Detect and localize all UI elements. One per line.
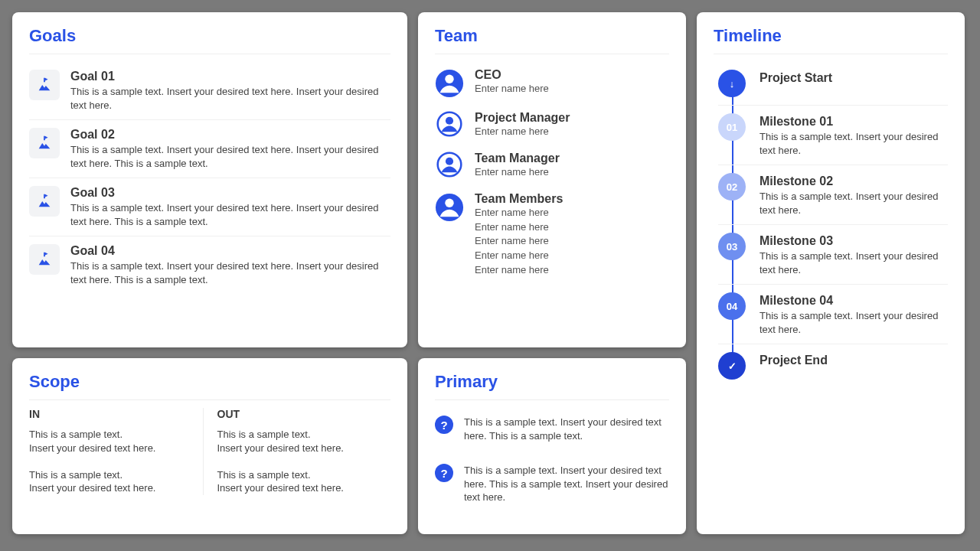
team-row: Team Manager Enter name here	[435, 145, 669, 186]
timeline-row: 02 Milestone 02 This is a sample text. I…	[718, 165, 948, 225]
goal-flag-icon	[29, 70, 60, 100]
team-member-name: Enter name here	[475, 220, 563, 235]
timeline-item-desc: This is a sample text. Insert your desir…	[760, 130, 948, 157]
goal-row: Goal 03 This is a sample text. Insert yo…	[29, 178, 390, 236]
goals-card: Goals Goal 01 This is a sample text. Ins…	[12, 12, 407, 347]
timeline-dot-label: 03	[727, 241, 737, 253]
team-row: Team Members Enter name hereEnter name h…	[435, 186, 669, 284]
timeline-dot: 03	[718, 233, 746, 260]
team-row: CEO Enter name here	[435, 62, 669, 105]
timeline-row: ↓ Project Start	[718, 62, 948, 106]
goal-desc: This is a sample text. Insert your desir…	[70, 259, 390, 286]
timeline-dot: ✓	[718, 352, 746, 380]
timeline-item-desc: This is a sample text. Insert your desir…	[760, 190, 948, 217]
timeline-item-title: Project End	[760, 354, 828, 367]
timeline-dot-label: ↓	[730, 78, 735, 90]
primary-title: Primary	[435, 372, 669, 400]
timeline-item-desc: This is a sample text. Insert your desir…	[760, 309, 948, 336]
primary-row: ? This is a sample text. Insert your des…	[435, 456, 669, 518]
question-icon: ?	[435, 416, 453, 434]
scope-in-column: IN This is a sample text. Insert your de…	[29, 408, 204, 495]
team-title: Team	[435, 26, 669, 54]
timeline-item-title: Milestone 03	[760, 234, 948, 248]
timeline-dot-label: ✓	[728, 360, 737, 372]
scope-in-body: This is a sample text. Insert your desir…	[29, 428, 189, 495]
goal-title: Goal 04	[70, 244, 390, 258]
avatar-icon	[435, 111, 464, 137]
team-member-name: Enter name here	[475, 234, 563, 249]
timeline-title: Timeline	[714, 26, 948, 54]
avatar-icon	[435, 68, 464, 99]
avatar-icon	[435, 192, 464, 223]
goal-flag-icon	[29, 128, 60, 158]
scope-out-column: OUT This is a sample text. Insert your d…	[204, 408, 391, 495]
goal-title: Goal 02	[70, 128, 390, 142]
timeline-row: 04 Milestone 04 This is a sample text. I…	[718, 285, 948, 344]
team-member-name: Enter name here	[475, 206, 563, 220]
timeline-item-title: Milestone 01	[760, 115, 948, 129]
timeline-row: ✓ Project End	[718, 344, 948, 387]
primary-desc: This is a sample text. Insert your desir…	[464, 416, 669, 442]
team-role: Project Manager	[475, 111, 570, 125]
timeline-row: 03 Milestone 03 This is a sample text. I…	[718, 225, 948, 285]
team-member-name: Enter name here	[475, 263, 563, 278]
timeline-item-title: Project Start	[760, 71, 832, 85]
scope-title: Scope	[29, 372, 390, 400]
avatar-icon	[435, 152, 464, 178]
primary-card: Primary ? This is a sample text. Insert …	[418, 358, 686, 534]
team-member-name: Enter name here	[475, 165, 560, 180]
question-icon: ?	[435, 464, 453, 482]
goal-title: Goal 01	[70, 70, 390, 83]
team-member-name: Enter name here	[475, 125, 570, 139]
timeline-dot: ↓	[718, 70, 746, 97]
scope-out-heading: OUT	[217, 408, 377, 420]
timeline-dot-label: 01	[727, 122, 737, 133]
primary-desc: This is a sample text. Insert your desir…	[464, 464, 669, 504]
scope-out-body: This is a sample text. Insert your desir…	[217, 428, 377, 495]
goals-title: Goals	[29, 26, 390, 54]
goal-flag-icon	[29, 244, 60, 275]
timeline-dot: 02	[718, 173, 746, 201]
timeline-item-title: Milestone 02	[760, 174, 948, 188]
goal-desc: This is a sample text. Insert your desir…	[70, 201, 390, 228]
team-member-name: Enter name here	[475, 249, 563, 263]
team-member-name: Enter name here	[475, 82, 549, 96]
goal-desc: This is a sample text. Insert your desir…	[70, 85, 390, 112]
goal-title: Goal 03	[70, 186, 390, 200]
team-role: CEO	[475, 68, 549, 82]
goal-desc: This is a sample text. Insert your desir…	[70, 143, 390, 170]
goal-row: Goal 01 This is a sample text. Insert yo…	[29, 62, 390, 120]
timeline-dot: 04	[718, 292, 746, 320]
timeline-card: Timeline ↓ Project Start 01 Milestone 01…	[697, 12, 965, 534]
team-card: Team CEO Enter name here Project Manager…	[418, 12, 686, 347]
timeline-item-title: Milestone 04	[760, 294, 948, 308]
goal-flag-icon	[29, 186, 60, 217]
goal-row: Goal 04 This is a sample text. Insert yo…	[29, 236, 390, 294]
timeline-item-desc: This is a sample text. Insert your desir…	[760, 249, 948, 276]
primary-row: ? This is a sample text. Insert your des…	[435, 408, 669, 456]
team-row: Project Manager Enter name here	[435, 105, 669, 145]
timeline-dot: 01	[718, 113, 746, 141]
goal-row: Goal 02 This is a sample text. Insert yo…	[29, 120, 390, 178]
timeline-row: 01 Milestone 01 This is a sample text. I…	[718, 106, 948, 165]
timeline-dot-label: 04	[727, 301, 737, 312]
scope-in-heading: IN	[29, 408, 189, 420]
timeline-dot-label: 02	[727, 181, 737, 193]
team-role: Team Manager	[475, 152, 560, 165]
team-role: Team Members	[475, 192, 563, 206]
scope-card: Scope IN This is a sample text. Insert y…	[12, 358, 407, 534]
